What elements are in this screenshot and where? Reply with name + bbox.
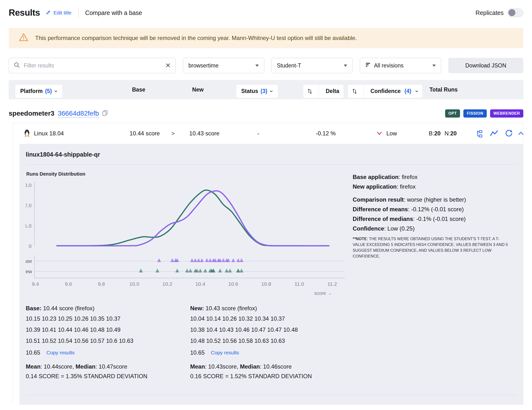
runs-base-label: B: — [429, 130, 434, 137]
header-divider — [78, 7, 78, 18]
chevron-down-icon — [270, 90, 273, 93]
test-name: speedometer3 — [9, 110, 54, 117]
status-count: (3) — [260, 88, 267, 94]
svg-text:9.4: 9.4 — [32, 281, 39, 287]
status-header: Status (3) — [236, 80, 278, 99]
search-icon — [14, 62, 20, 69]
base-values-line: 10.15 10.23 10.25 10.26 10.35 10.37 — [26, 313, 190, 324]
base-value: 10.44 score — [121, 123, 169, 144]
delta-sort-button[interactable]: Delta — [303, 85, 343, 98]
info-new-application: New application: firefox — [353, 182, 512, 192]
toggle-knob — [508, 9, 515, 16]
base-column-header: Base — [124, 80, 153, 99]
sort-arrows-icon — [303, 88, 316, 94]
clear-search-icon[interactable]: ✕ — [165, 62, 171, 69]
platform-count: (5) — [45, 88, 52, 94]
delta-value: -0.12 % — [309, 123, 342, 144]
search-input[interactable] — [24, 62, 161, 69]
copy-new-results-link[interactable]: Copy results — [211, 346, 239, 359]
confidence-count: (4) — [404, 88, 411, 94]
confidence-cell: Low — [377, 123, 397, 144]
collapse-row-button[interactable] — [518, 123, 524, 144]
bottom-divider — [26, 395, 517, 405]
replicates-control: Replicates — [475, 9, 523, 17]
platform-label: Platform — [20, 88, 43, 94]
toolbar: ✕ browsertime Student-T All revisions — [9, 58, 523, 73]
revision-link[interactable]: 36664d82fefb — [58, 110, 99, 117]
svg-text:score →: score → — [314, 291, 332, 296]
pill-divider — [319, 85, 319, 98]
retrigger-icon[interactable] — [505, 129, 513, 137]
regression-chevron-icon — [377, 132, 382, 135]
info-difference-means: Difference of means: -0.12% (-0.01 score… — [353, 205, 512, 214]
chevron-up-icon — [518, 131, 524, 136]
platform-filter-button[interactable]: Platform (5) — [15, 85, 62, 98]
confidence-sort-filter-button[interactable]: Confidence (4) — [348, 85, 422, 98]
warning-text: This performance comparison technique wi… — [35, 35, 357, 41]
tag-fission: FISSION — [463, 109, 486, 117]
row-actions — [475, 123, 513, 144]
subtests-icon[interactable] — [475, 129, 484, 137]
edit-title-button[interactable]: Edit title — [46, 10, 72, 16]
delta-label: Delta — [321, 88, 343, 94]
warning-icon — [19, 33, 28, 43]
download-json-button[interactable]: Download JSON — [448, 58, 523, 73]
info-base-application: Base application: firefox — [353, 172, 512, 182]
graph-link-icon[interactable] — [490, 130, 499, 137]
status-filter-button[interactable]: Status (3) — [236, 85, 278, 98]
delta-header: Delta — [303, 80, 343, 99]
copy-revision-icon[interactable] — [102, 109, 109, 117]
framework-dropdown[interactable]: browsertime — [183, 58, 264, 73]
new-values-line: 10.48 10.52 10.56 10.58 10.63 10.63 — [190, 335, 355, 346]
chevron-down-icon — [432, 65, 436, 67]
svg-text:11.2: 11.2 — [327, 281, 337, 287]
test-value: Student-T — [277, 62, 301, 69]
svg-text:10.8: 10.8 — [261, 281, 271, 287]
total-runs-header: Total Runs — [429, 80, 458, 99]
sort-lines-icon — [365, 62, 371, 69]
new-last-line: 10.65 Copy results — [190, 346, 355, 359]
info-spacer — [353, 192, 512, 195]
svg-text:11.0: 11.0 — [294, 281, 304, 287]
svg-text:3.0: 3.0 — [26, 182, 31, 188]
filter-search: ✕ — [9, 58, 176, 73]
result-row: Linux 18.04 10.44 score > 10.43 score - … — [13, 123, 523, 144]
svg-text:10.6: 10.6 — [228, 281, 238, 287]
svg-text:0: 0 — [29, 243, 31, 249]
expanded-detail-panel: linux1804-64-shippable-qr Runs Density D… — [19, 144, 523, 405]
base-runs-header: Base: 10.44 score (firefox) — [26, 303, 190, 313]
new-runs-header: New: 10.43 score (firefox) — [190, 303, 355, 313]
svg-text:10.2: 10.2 — [162, 281, 172, 287]
test-heading: speedometer3 36664d82fefb OPT FISSION WE… — [9, 109, 523, 117]
revisions-dropdown[interactable]: All revisions — [360, 58, 441, 73]
chevron-down-icon — [54, 90, 57, 93]
platform-header: Platform (5) — [15, 80, 62, 99]
sort-arrows-icon — [348, 88, 361, 94]
linux-icon — [23, 129, 31, 138]
svg-text:New: New — [26, 269, 32, 274]
copy-base-results-link[interactable]: Copy results — [47, 346, 75, 359]
replicates-toggle[interactable] — [507, 9, 523, 17]
replicates-label: Replicates — [475, 10, 504, 16]
chevron-down-icon — [256, 65, 259, 67]
edit-title-label: Edit title — [53, 10, 72, 16]
platform-cell: Linux 18.04 — [23, 123, 64, 144]
confidence-header: Confidence (4) — [348, 80, 422, 99]
svg-text:Base: Base — [26, 258, 32, 264]
base-values-line: 10.39 10.41 10.44 10.46 10.48 10.49 — [26, 324, 190, 335]
top-header: Results Edit title Compare with a base R… — [9, 7, 523, 18]
new-mean-line: Mean: 10.43score, Median: 10.46score — [190, 362, 355, 371]
result-container: Linux 18.04 10.44 score > 10.43 score - … — [12, 123, 523, 405]
base-stddev-line: 0.14 SCORE = 1.35% STANDARD DEVIATION — [26, 371, 190, 381]
results-table-header: Platform (5) Base New Status (3) — [9, 80, 523, 99]
new-value: 10.43 score — [180, 123, 228, 144]
framework-value: browsertime — [189, 62, 218, 69]
base-runs-column: Base: 10.44 score (firefox) 10.15 10.23 … — [26, 303, 190, 381]
confidence-label: Confidence — [366, 88, 402, 94]
runs-new-label: N: — [444, 130, 450, 137]
new-values-line: 10.38 10.4 10.43 10.46 10.47 10.47 10.48 — [190, 324, 355, 335]
page: Results Edit title Compare with a base R… — [0, 7, 532, 405]
base-last-value: 10.65 — [26, 346, 40, 359]
test-dropdown[interactable]: Student-T — [271, 58, 353, 73]
new-last-value: 10.65 — [190, 346, 205, 359]
